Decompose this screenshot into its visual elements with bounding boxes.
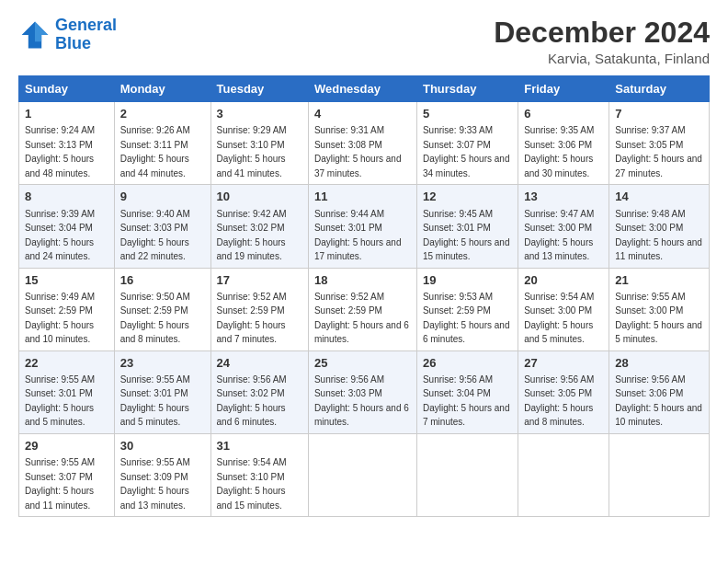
logo-line2: Blue (55, 34, 91, 52)
calendar-cell: 10Sunrise: 9:42 AMSunset: 3:02 PMDayligh… (210, 185, 308, 268)
day-number: 3 (217, 106, 302, 122)
calendar-cell (609, 433, 710, 516)
cell-info: Sunrise: 9:50 AMSunset: 2:59 PMDaylight:… (120, 292, 190, 345)
cell-info: Sunrise: 9:56 AMSunset: 3:02 PMDaylight:… (217, 374, 287, 428)
logo: General Blue (18, 17, 117, 53)
cell-info: Sunrise: 9:54 AMSunset: 3:10 PMDaylight:… (217, 457, 287, 511)
cell-info: Sunrise: 9:55 AMSunset: 3:07 PMDaylight:… (25, 457, 95, 511)
cell-info: Sunrise: 9:47 AMSunset: 3:00 PMDaylight:… (524, 209, 594, 262)
cell-info: Sunrise: 9:56 AMSunset: 3:05 PMDaylight:… (524, 374, 594, 428)
cell-info: Sunrise: 9:33 AMSunset: 3:07 PMDaylight:… (423, 125, 510, 178)
calendar-cell: 12Sunrise: 9:45 AMSunset: 3:01 PMDayligh… (416, 185, 518, 268)
day-number: 13 (524, 189, 603, 205)
calendar-cell: 28Sunrise: 9:56 AMSunset: 3:06 PMDayligh… (609, 350, 710, 433)
cell-info: Sunrise: 9:26 AMSunset: 3:11 PMDaylight:… (120, 125, 190, 178)
col-header-wednesday: Wednesday (308, 76, 416, 102)
col-header-tuesday: Tuesday (210, 76, 308, 102)
cell-info: Sunrise: 9:39 AMSunset: 3:04 PMDaylight:… (25, 209, 95, 262)
calendar-cell: 21Sunrise: 9:55 AMSunset: 3:00 PMDayligh… (609, 268, 710, 350)
col-header-sunday: Sunday (19, 76, 115, 102)
calendar-cell: 27Sunrise: 9:56 AMSunset: 3:05 PMDayligh… (518, 350, 609, 433)
cell-info: Sunrise: 9:29 AMSunset: 3:10 PMDaylight:… (217, 125, 287, 178)
day-number: 4 (314, 106, 411, 122)
cell-info: Sunrise: 9:40 AMSunset: 3:03 PMDaylight:… (120, 209, 190, 262)
calendar-cell: 13Sunrise: 9:47 AMSunset: 3:00 PMDayligh… (518, 185, 609, 268)
day-number: 25 (314, 355, 411, 372)
day-number: 23 (120, 355, 205, 372)
cell-info: Sunrise: 9:45 AMSunset: 3:01 PMDaylight:… (423, 209, 510, 262)
svg-marker-1 (35, 21, 48, 41)
calendar-cell: 3Sunrise: 9:29 AMSunset: 3:10 PMDaylight… (210, 102, 308, 185)
day-number: 15 (25, 272, 108, 289)
col-header-friday: Friday (518, 76, 609, 102)
col-header-thursday: Thursday (416, 76, 518, 102)
day-number: 9 (120, 189, 205, 205)
cell-info: Sunrise: 9:56 AMSunset: 3:04 PMDaylight:… (423, 374, 510, 428)
day-number: 20 (524, 272, 603, 289)
day-number: 24 (217, 355, 302, 372)
day-number: 12 (423, 189, 512, 205)
calendar-cell: 16Sunrise: 9:50 AMSunset: 2:59 PMDayligh… (114, 268, 210, 350)
calendar-cell: 5Sunrise: 9:33 AMSunset: 3:07 PMDaylight… (416, 102, 518, 185)
logo-line1: General (55, 16, 117, 34)
cell-info: Sunrise: 9:44 AMSunset: 3:01 PMDaylight:… (314, 209, 402, 262)
day-number: 26 (423, 355, 512, 372)
week-row-2: 8Sunrise: 9:39 AMSunset: 3:04 PMDaylight… (19, 185, 710, 268)
calendar-cell (308, 433, 416, 516)
day-number: 31 (217, 438, 302, 454)
day-number: 29 (25, 438, 108, 454)
day-number: 22 (25, 355, 108, 372)
day-number: 28 (615, 355, 703, 372)
cell-info: Sunrise: 9:55 AMSunset: 3:09 PMDaylight:… (120, 457, 190, 511)
header-row: SundayMondayTuesdayWednesdayThursdayFrid… (19, 76, 710, 102)
calendar-cell: 8Sunrise: 9:39 AMSunset: 3:04 PMDaylight… (19, 185, 115, 268)
day-number: 10 (217, 189, 302, 205)
cell-info: Sunrise: 9:49 AMSunset: 2:59 PMDaylight:… (25, 292, 95, 345)
calendar-cell: 15Sunrise: 9:49 AMSunset: 2:59 PMDayligh… (19, 268, 115, 350)
week-row-5: 29Sunrise: 9:55 AMSunset: 3:07 PMDayligh… (19, 433, 710, 516)
cell-info: Sunrise: 9:42 AMSunset: 3:02 PMDaylight:… (217, 209, 287, 262)
day-number: 1 (25, 106, 108, 122)
cell-info: Sunrise: 9:54 AMSunset: 3:00 PMDaylight:… (524, 292, 594, 345)
cell-info: Sunrise: 9:24 AMSunset: 3:13 PMDaylight:… (25, 125, 95, 178)
calendar-cell: 26Sunrise: 9:56 AMSunset: 3:04 PMDayligh… (416, 350, 518, 433)
day-number: 16 (120, 272, 205, 289)
calendar-cell: 7Sunrise: 9:37 AMSunset: 3:05 PMDaylight… (609, 102, 710, 185)
calendar-cell: 14Sunrise: 9:48 AMSunset: 3:00 PMDayligh… (609, 185, 710, 268)
day-number: 30 (120, 438, 205, 454)
day-number: 27 (524, 355, 603, 372)
week-row-4: 22Sunrise: 9:55 AMSunset: 3:01 PMDayligh… (19, 350, 710, 433)
col-header-saturday: Saturday (609, 76, 710, 102)
logo-icon (18, 18, 51, 52)
cell-info: Sunrise: 9:48 AMSunset: 3:00 PMDaylight:… (615, 209, 702, 262)
day-number: 7 (615, 106, 703, 122)
header: General Blue December 2024 Karvia, Satak… (18, 17, 710, 66)
cell-info: Sunrise: 9:35 AMSunset: 3:06 PMDaylight:… (524, 125, 594, 178)
day-number: 19 (423, 272, 512, 289)
cell-info: Sunrise: 9:55 AMSunset: 3:01 PMDaylight:… (25, 374, 95, 428)
subtitle: Karvia, Satakunta, Finland (494, 51, 710, 66)
calendar-cell: 30Sunrise: 9:55 AMSunset: 3:09 PMDayligh… (114, 433, 210, 516)
week-row-1: 1Sunrise: 9:24 AMSunset: 3:13 PMDaylight… (19, 102, 710, 185)
title-block: December 2024 Karvia, Satakunta, Finland (494, 17, 710, 66)
calendar-cell (416, 433, 518, 516)
calendar-cell: 18Sunrise: 9:52 AMSunset: 2:59 PMDayligh… (308, 268, 416, 350)
calendar-table: SundayMondayTuesdayWednesdayThursdayFrid… (18, 75, 710, 517)
day-number: 2 (120, 106, 205, 122)
calendar-cell: 25Sunrise: 9:56 AMSunset: 3:03 PMDayligh… (308, 350, 416, 433)
cell-info: Sunrise: 9:55 AMSunset: 3:01 PMDaylight:… (120, 374, 190, 428)
cell-info: Sunrise: 9:56 AMSunset: 3:03 PMDaylight:… (314, 374, 409, 428)
cell-info: Sunrise: 9:52 AMSunset: 2:59 PMDaylight:… (217, 292, 287, 345)
calendar-cell: 20Sunrise: 9:54 AMSunset: 3:00 PMDayligh… (518, 268, 609, 350)
cell-info: Sunrise: 9:53 AMSunset: 2:59 PMDaylight:… (423, 292, 510, 345)
day-number: 6 (524, 106, 603, 122)
cell-info: Sunrise: 9:56 AMSunset: 3:06 PMDaylight:… (615, 374, 702, 428)
calendar-cell: 23Sunrise: 9:55 AMSunset: 3:01 PMDayligh… (114, 350, 210, 433)
calendar-cell: 24Sunrise: 9:56 AMSunset: 3:02 PMDayligh… (210, 350, 308, 433)
calendar-cell: 17Sunrise: 9:52 AMSunset: 2:59 PMDayligh… (210, 268, 308, 350)
day-number: 11 (314, 189, 411, 205)
week-row-3: 15Sunrise: 9:49 AMSunset: 2:59 PMDayligh… (19, 268, 710, 350)
day-number: 18 (314, 272, 411, 289)
calendar-cell: 2Sunrise: 9:26 AMSunset: 3:11 PMDaylight… (114, 102, 210, 185)
calendar-cell: 1Sunrise: 9:24 AMSunset: 3:13 PMDaylight… (19, 102, 115, 185)
